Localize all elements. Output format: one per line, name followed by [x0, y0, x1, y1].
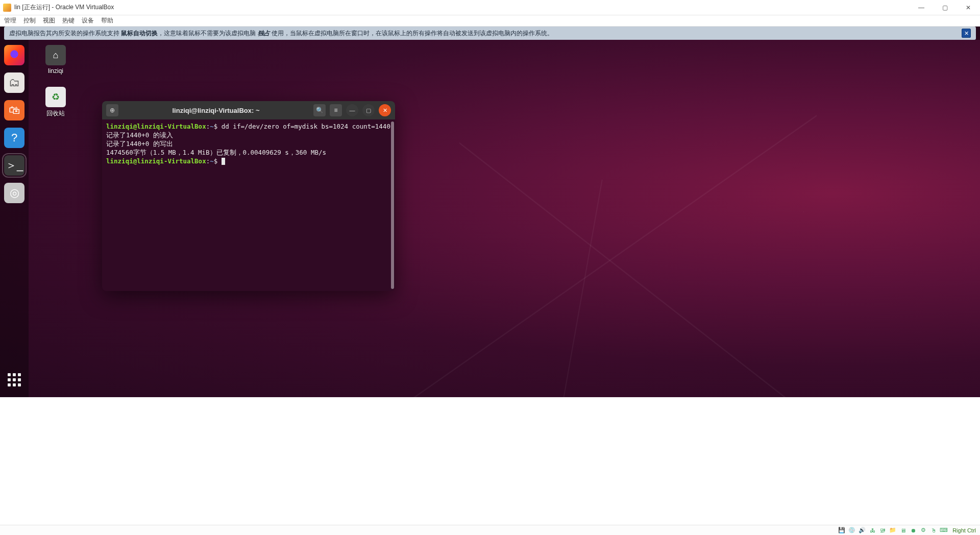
menu-help[interactable]: 帮助: [101, 16, 113, 25]
desktop-home-icon[interactable]: ⌂ linziqi: [38, 45, 74, 75]
dock-software-icon[interactable]: 🛍: [4, 100, 24, 120]
dock-files-icon[interactable]: 🗂: [4, 72, 24, 93]
dock-show-apps-button[interactable]: [4, 370, 24, 390]
host-titlebar: lin [正在运行] - Oracle VM VirtualBox — ▢ ✕: [0, 0, 980, 15]
ubuntu-dock: 🗂 🛍 ? ＞_ ◎: [0, 40, 29, 397]
trash-icon: ♻: [45, 87, 66, 107]
desktop-home-label: linziqi: [38, 67, 74, 75]
home-folder-icon: ⌂: [45, 45, 66, 65]
host-window-title: lin [正在运行] - Oracle VM VirtualBox: [14, 3, 910, 12]
host-close-button[interactable]: ✕: [957, 0, 980, 15]
desktop-trash-icon[interactable]: ♻ 回收站: [38, 87, 74, 118]
terminal-output-line: 1474560字节（1.5 MB，1.4 MiB）已复制，0.00409629 …: [106, 149, 326, 156]
status-keyboard-icon[interactable]: ⌨: [940, 527, 947, 534]
terminal-maximize-button[interactable]: ▢: [362, 104, 375, 116]
terminal-headerbar[interactable]: ⊕ linziqi@linziqi-VirtualBox: ~ 🔍 ≡ — ▢ …: [102, 101, 395, 119]
guest-desktop: 活动 ▣ 终端 6月3日 10:22 zh ▾ ⇄ 🔊 🗂 🛍 ? ＞_ ◎ ⌂…: [0, 27, 980, 397]
banner-text: 虚拟电脑报告其内所安装的操作系统支持 鼠标自动切换，这意味着鼠标不需要为该虚拟电…: [9, 29, 553, 38]
terminal-close-button[interactable]: ✕: [379, 104, 391, 116]
terminal-window-title: linziqi@linziqi-VirtualBox: ~: [122, 107, 309, 114]
status-shared-folder-icon[interactable]: 📁: [889, 527, 896, 534]
dock-disc-icon[interactable]: ◎: [4, 183, 24, 203]
status-host-key: Right Ctrl: [952, 527, 976, 533]
terminal-cursor: [222, 158, 225, 165]
menu-devices[interactable]: 设备: [82, 16, 94, 25]
host-minimize-button[interactable]: —: [910, 0, 933, 15]
terminal-minimize-button[interactable]: —: [346, 104, 358, 116]
banner-close-button[interactable]: ✕: [962, 29, 971, 38]
dock-firefox-icon[interactable]: [4, 45, 24, 65]
status-audio-icon[interactable]: 🔊: [859, 527, 866, 534]
status-display-icon[interactable]: 🖥: [899, 527, 906, 534]
menu-view[interactable]: 视图: [43, 16, 55, 25]
host-menubar: 管理 控制 视图 热键 设备 帮助: [0, 15, 980, 27]
dock-terminal-icon[interactable]: ＞_: [4, 155, 24, 176]
terminal-menu-button[interactable]: ≡: [330, 104, 342, 116]
terminal-output-line: 记录了1440+0 的读入: [106, 131, 173, 139]
status-mouse-icon[interactable]: 🖱: [930, 527, 937, 534]
terminal-search-button[interactable]: 🔍: [313, 104, 326, 116]
menu-machine[interactable]: 控制: [23, 16, 36, 25]
virtualbox-logo-icon: [3, 4, 11, 12]
terminal-new-tab-button[interactable]: ⊕: [106, 104, 118, 116]
status-record-icon[interactable]: ⏺: [910, 527, 917, 534]
host-statusbar: 💾 💿 🔊 🖧 🖳 📁 🖥 ⏺ ⚙ 🖱 ⌨ Right Ctrl: [0, 525, 980, 535]
menu-manage[interactable]: 管理: [4, 16, 16, 25]
terminal-body[interactable]: linziqi@linziqi-VirtualBox:~$ dd if=/dev…: [102, 119, 395, 291]
host-maximize-button[interactable]: ▢: [933, 0, 957, 15]
terminal-window[interactable]: ⊕ linziqi@linziqi-VirtualBox: ~ 🔍 ≡ — ▢ …: [102, 101, 395, 291]
status-hdd-icon[interactable]: 💾: [838, 527, 845, 534]
desktop-trash-label: 回收站: [38, 109, 74, 118]
dock-help-icon[interactable]: ?: [4, 128, 24, 148]
terminal-scrollbar[interactable]: [391, 121, 394, 289]
scrollbar-thumb-icon[interactable]: [391, 121, 394, 289]
menu-input[interactable]: 热键: [62, 16, 75, 25]
status-network-icon[interactable]: 🖧: [869, 527, 876, 534]
status-cpu-icon[interactable]: ⚙: [920, 527, 927, 534]
host-content-gap: [0, 397, 980, 525]
status-usb-icon[interactable]: 🖳: [879, 527, 886, 534]
terminal-command: dd if=/dev/zero of=mydisk bs=1024 count=…: [222, 123, 390, 130]
mouse-integration-banner: 虚拟电脑报告其内所安装的操作系统支持 鼠标自动切换，这意味着鼠标不需要为该虚拟电…: [4, 27, 976, 40]
terminal-output-line: 记录了1440+0 的写出: [106, 140, 173, 148]
status-optical-icon[interactable]: 💿: [848, 527, 855, 534]
